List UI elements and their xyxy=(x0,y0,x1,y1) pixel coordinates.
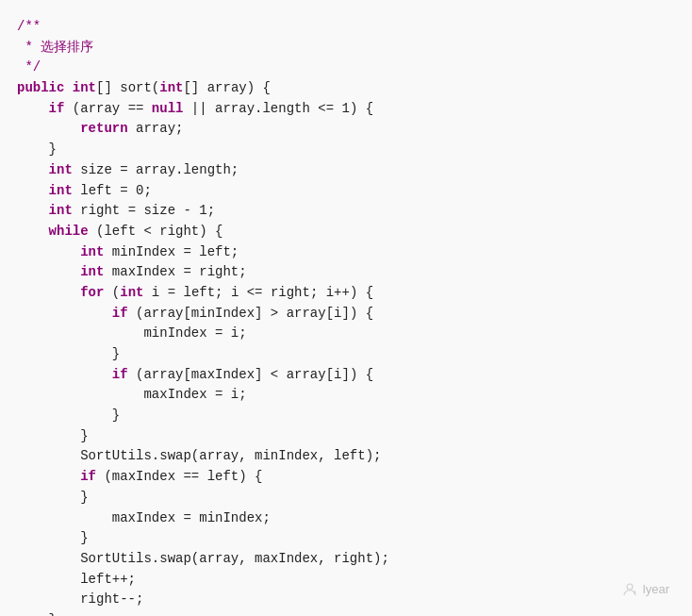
code-line: int left = 0; xyxy=(17,181,669,202)
code-line: minIndex = i; xyxy=(17,324,669,344)
code-line: * 选择排序 xyxy=(17,38,669,58)
code-line: SortUtils.swap(array, minIndex, left); xyxy=(17,446,669,467)
watermark: lyear xyxy=(621,580,669,599)
code-line: } xyxy=(17,344,669,365)
code-line: if (array[maxIndex] < array[i]) { xyxy=(17,365,669,386)
code-line: right--; xyxy=(17,590,669,610)
code-line: public int[] sort(int[] array) { xyxy=(17,78,669,99)
code-block: /** * 选择排序 */public int[] sort(int[] arr… xyxy=(17,17,669,616)
code-line: } xyxy=(17,426,669,447)
code-line: return array; xyxy=(17,119,669,140)
code-line: int minIndex = left; xyxy=(17,242,669,263)
code-line: left++; xyxy=(17,570,669,591)
code-line: } xyxy=(17,406,669,426)
code-line: maxIndex = minIndex; xyxy=(17,508,669,529)
code-line: } xyxy=(17,528,669,549)
svg-point-0 xyxy=(627,584,633,590)
code-line: while (left < right) { xyxy=(17,222,669,242)
code-line: */ xyxy=(17,58,669,78)
code-line: maxIndex = i; xyxy=(17,385,669,406)
code-line: int size = array.length; xyxy=(17,160,669,181)
code-line: } xyxy=(17,488,669,508)
code-line: } xyxy=(17,610,669,616)
code-line: for (int i = left; i <= right; i++) { xyxy=(17,283,669,304)
code-line: int maxIndex = right; xyxy=(17,262,669,283)
code-line: } xyxy=(17,140,669,160)
code-line: int right = size - 1; xyxy=(17,201,669,222)
code-container: /** * 选择排序 */public int[] sort(int[] arr… xyxy=(0,0,692,616)
watermark-icon xyxy=(621,581,638,598)
code-line: SortUtils.swap(array, maxIndex, right); xyxy=(17,549,669,570)
code-line: if (maxIndex == left) { xyxy=(17,467,669,488)
code-line: /** xyxy=(17,17,669,38)
code-line: if (array[minIndex] > array[i]) { xyxy=(17,304,669,325)
watermark-text: lyear xyxy=(643,580,669,599)
code-line: if (array == null || array.length <= 1) … xyxy=(17,99,669,120)
